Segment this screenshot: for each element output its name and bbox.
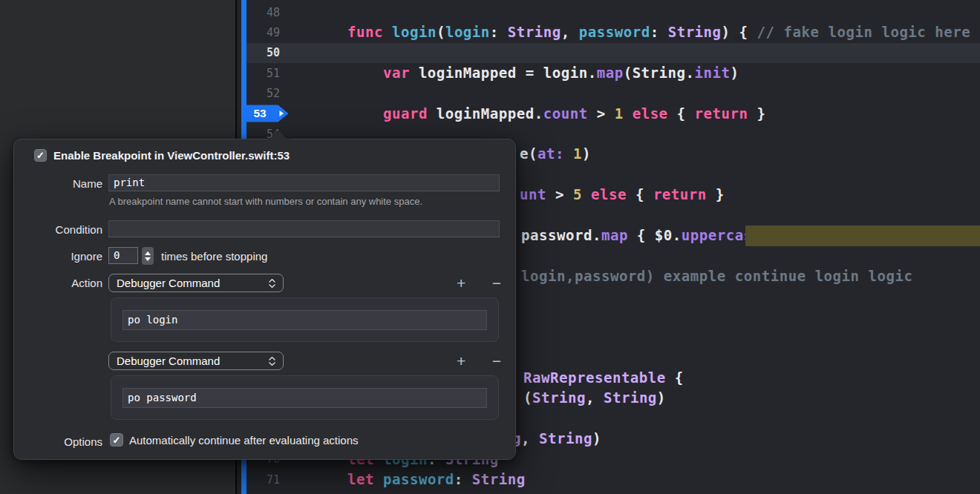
condition-label: Condition	[14, 223, 102, 236]
code-text-49: func login(login: String, password: Stri…	[280, 22, 970, 42]
enable-breakpoint-label: Enable Breakpoint in ViewController.swif…	[53, 149, 290, 162]
code-line-49[interactable]: 49 func login(login: String, password: S…	[246, 22, 980, 42]
ignore-count-input[interactable]: 0	[108, 247, 138, 264]
action-command-box-2: po password	[111, 375, 499, 420]
stepper-down-icon[interactable]	[145, 257, 151, 261]
remove-action-button-1[interactable]: −	[492, 274, 501, 292]
line-number-51[interactable]: 51	[246, 67, 280, 80]
code-line-50[interactable]: 50	[246, 43, 980, 63]
code-line-51[interactable]: 51 var loginMapped = login.map(String.in…	[246, 63, 980, 83]
code-text-61: login,password) example continue login l…	[521, 266, 913, 286]
action-type-select-2[interactable]: Debugger Command	[108, 352, 284, 370]
condition-input[interactable]	[108, 220, 500, 237]
breakpoint-badge[interactable]: 53	[243, 105, 290, 122]
breakpoint-line-number: 53	[243, 105, 277, 122]
line-number-48[interactable]: 48	[246, 6, 280, 19]
name-label: Name	[14, 177, 102, 190]
add-action-button-2[interactable]: +	[457, 352, 466, 370]
debugger-command-input-2[interactable]: po password	[122, 388, 487, 408]
warning-line-highlight	[745, 225, 980, 246]
code-text-66: RawRepresentable {	[523, 368, 684, 388]
line-number-71[interactable]: 71	[246, 473, 280, 487]
code-line-48[interactable]: 48	[246, 2, 980, 22]
action-label: Action	[14, 277, 102, 289]
options-label: Options	[14, 435, 102, 448]
code-text-71: let password: String	[280, 470, 526, 490]
code-line-71[interactable]: 71 let password: String	[246, 470, 980, 490]
code-text-57: unt > 5 else { return }	[520, 185, 725, 205]
auto-continue-label: Automatically continue after evaluating …	[129, 434, 359, 447]
code-text-69: g, String)	[512, 429, 601, 449]
enable-breakpoint-checkbox[interactable]: ✓	[34, 149, 47, 162]
remove-action-button-2[interactable]: −	[492, 352, 501, 370]
code-text-55: e(at: 1)	[520, 145, 591, 165]
name-input[interactable]: print	[108, 174, 500, 191]
code-line-52[interactable]: 52	[246, 84, 980, 104]
code-text-53: guard loginMapped.count > 1 else { retur…	[280, 104, 766, 124]
code-line-53[interactable]: 53 guard loginMapped.count > 1 else { re…	[246, 104, 980, 124]
code-text-67: (String, String)	[523, 388, 666, 408]
breakpoint-editor-popover: ✓ Enable Breakpoint in ViewController.sw…	[13, 139, 516, 460]
ignore-label: Ignore	[14, 250, 102, 263]
action-type-select-1[interactable]: Debugger Command	[108, 274, 284, 292]
add-action-button-1[interactable]: +	[457, 274, 466, 292]
stepper-up-icon[interactable]	[145, 251, 151, 255]
chevron-up-down-icon	[269, 357, 275, 366]
action-command-box-1: po login	[111, 297, 499, 342]
code-text-51: var loginMapped = login.map(String.init)	[280, 63, 739, 83]
line-number-49[interactable]: 49	[246, 26, 280, 39]
line-number-52[interactable]: 52	[246, 87, 280, 100]
auto-continue-checkbox[interactable]: ✓	[110, 433, 123, 447]
name-helper-text: A breakpoint name cannot start with numb…	[109, 196, 422, 207]
ignore-stepper[interactable]	[142, 247, 154, 265]
ignore-suffix-label: times before stopping	[161, 250, 267, 263]
line-number-50[interactable]: 50	[246, 46, 280, 59]
chevron-up-down-icon	[269, 279, 275, 288]
debugger-command-input-1[interactable]: po login	[122, 310, 487, 330]
popover-arrow	[264, 128, 293, 139]
